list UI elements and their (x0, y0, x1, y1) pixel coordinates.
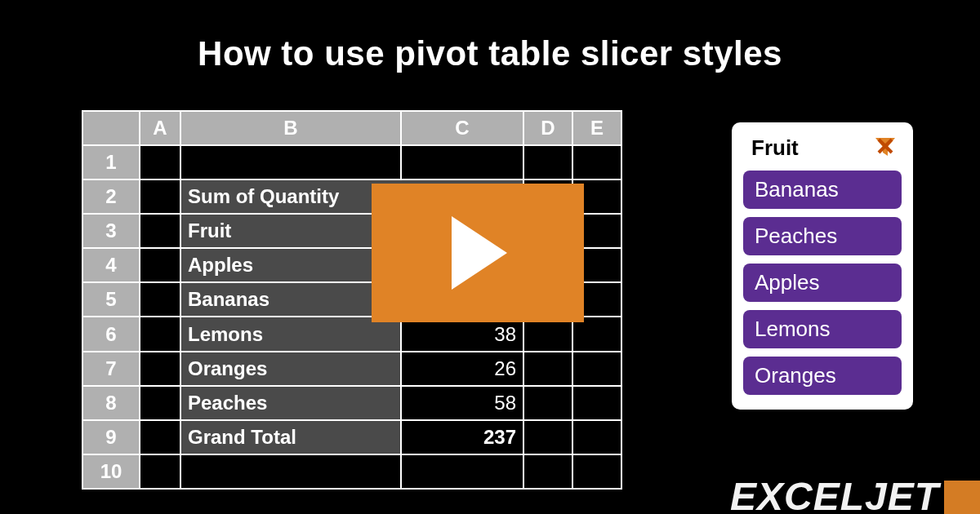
col-header-C[interactable]: C (401, 111, 523, 145)
cell-A4[interactable] (140, 248, 180, 282)
svg-marker-4 (452, 216, 507, 290)
watermark-logo-icon (944, 481, 980, 515)
cell-D9[interactable] (523, 420, 572, 454)
pivot-item-3-qty[interactable]: 26 (401, 352, 523, 386)
slicer-title: Fruit (751, 135, 799, 161)
cell-C10[interactable] (401, 454, 523, 489)
cell-B1[interactable] (180, 145, 401, 179)
row-header-5[interactable]: 5 (82, 282, 140, 317)
cell-A9[interactable] (140, 420, 180, 454)
cell-A3[interactable] (140, 214, 180, 248)
clear-filter-icon (874, 136, 897, 157)
pivot-item-3-name[interactable]: Oranges (180, 352, 401, 386)
pivot-grand-label[interactable]: Grand Total (180, 420, 401, 454)
slicer-item-bananas[interactable]: Bananas (743, 171, 902, 209)
cell-A5[interactable] (140, 282, 180, 317)
pivot-item-1-name[interactable]: Bananas (180, 282, 401, 317)
row-header-4[interactable]: 4 (82, 248, 140, 282)
slicer-item-apples[interactable]: Apples (743, 264, 902, 302)
slicer-item-lemons[interactable]: Lemons (743, 310, 902, 348)
pivot-field-text: Fruit (188, 219, 231, 241)
cell-E10[interactable] (572, 454, 621, 489)
play-button[interactable] (372, 184, 584, 322)
cell-D8[interactable] (523, 386, 572, 420)
cell-A10[interactable] (140, 454, 180, 489)
row-header-1[interactable]: 1 (82, 145, 140, 179)
page-title: How to use pivot table slicer styles (0, 0, 980, 73)
cell-E9[interactable] (572, 420, 621, 454)
cell-A6[interactable] (140, 317, 180, 351)
cell-B10[interactable] (180, 454, 401, 489)
cell-A7[interactable] (140, 352, 180, 386)
row-header-3[interactable]: 3 (82, 214, 140, 248)
cell-D10[interactable] (523, 454, 572, 489)
cell-A8[interactable] (140, 386, 180, 420)
col-header-B[interactable]: B (180, 111, 401, 145)
slicer-panel[interactable]: Fruit Bananas Peaches Apples Lemons Oran… (732, 122, 913, 410)
row-header-7[interactable]: 7 (82, 352, 140, 386)
pivot-field-label[interactable]: Fruit (180, 214, 401, 248)
row-header-10[interactable]: 10 (82, 454, 140, 489)
pivot-item-4-qty[interactable]: 58 (401, 386, 523, 420)
play-icon (445, 216, 510, 290)
clear-filter-button[interactable] (874, 136, 897, 161)
col-header-A[interactable]: A (140, 111, 180, 145)
cell-E1[interactable] (572, 145, 621, 179)
pivot-item-4-name[interactable]: Peaches (180, 386, 401, 420)
slicer-header: Fruit (743, 134, 902, 171)
cell-A2[interactable] (140, 179, 180, 214)
cell-E7[interactable] (572, 352, 621, 386)
row-header-9[interactable]: 9 (82, 420, 140, 454)
col-header-E[interactable]: E (572, 111, 621, 145)
cell-C1[interactable] (401, 145, 523, 179)
row-header-6[interactable]: 6 (82, 317, 140, 351)
watermark: EXCELJET (730, 474, 980, 514)
pivot-grand-value[interactable]: 237 (401, 420, 523, 454)
cell-D1[interactable] (523, 145, 572, 179)
corner-cell[interactable] (82, 111, 140, 145)
watermark-text: EXCELJET (730, 474, 939, 514)
cell-D7[interactable] (523, 352, 572, 386)
pivot-item-0-name[interactable]: Apples (180, 248, 401, 282)
cell-A1[interactable] (140, 145, 180, 179)
slicer-item-peaches[interactable]: Peaches (743, 217, 902, 255)
col-header-D[interactable]: D (523, 111, 572, 145)
cell-E8[interactable] (572, 386, 621, 420)
row-header-8[interactable]: 8 (82, 386, 140, 420)
row-header-2[interactable]: 2 (82, 179, 140, 214)
slicer-item-oranges[interactable]: Oranges (743, 357, 902, 395)
pivot-item-2-name[interactable]: Lemons (180, 317, 401, 351)
